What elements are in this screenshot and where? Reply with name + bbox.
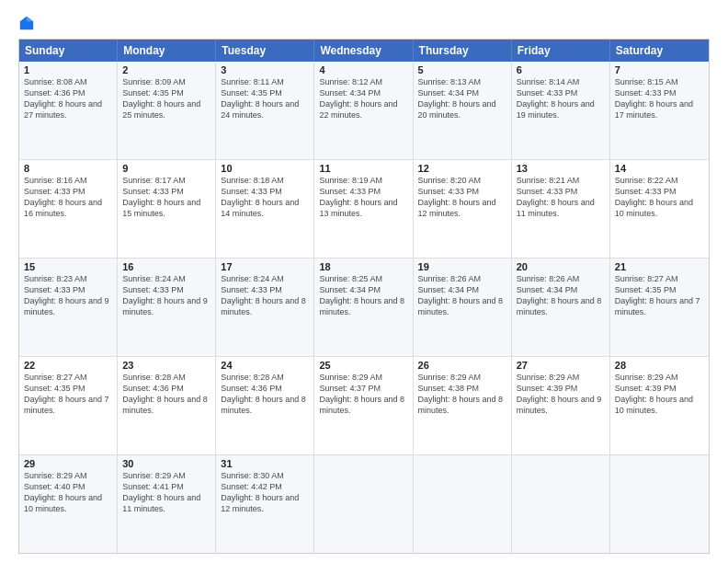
day-number: 8	[24, 163, 112, 174]
day-detail: Sunrise: 8:22 AMSunset: 4:33 PMDaylight:…	[615, 175, 704, 220]
day-detail: Sunrise: 8:25 AMSunset: 4:34 PMDaylight:…	[319, 273, 407, 318]
logo-icon	[18, 15, 35, 31]
day-detail: Sunrise: 8:27 AMSunset: 4:35 PMDaylight:…	[615, 273, 704, 318]
day-number: 4	[319, 64, 407, 75]
logo-text	[18, 15, 39, 31]
calendar-cell-day-13: 13Sunrise: 8:21 AMSunset: 4:33 PMDayligh…	[512, 160, 610, 258]
calendar-cell-empty	[414, 455, 512, 553]
calendar-week-4: 22Sunrise: 8:27 AMSunset: 4:35 PMDayligh…	[19, 357, 709, 455]
calendar-cell-day-29: 29Sunrise: 8:29 AMSunset: 4:40 PMDayligh…	[19, 455, 118, 553]
logo	[18, 15, 39, 31]
day-detail: Sunrise: 8:17 AMSunset: 4:33 PMDaylight:…	[122, 175, 210, 220]
calendar-cell-day-15: 15Sunrise: 8:23 AMSunset: 4:33 PMDayligh…	[19, 259, 118, 356]
day-number: 11	[319, 163, 407, 174]
day-number: 2	[122, 64, 210, 75]
day-number: 23	[122, 360, 210, 371]
day-detail: Sunrise: 8:11 AMSunset: 4:35 PMDaylight:…	[221, 76, 309, 121]
calendar-cell-empty	[314, 455, 413, 553]
day-number: 3	[221, 64, 309, 75]
day-number: 25	[319, 360, 407, 371]
day-detail: Sunrise: 8:29 AMSunset: 4:41 PMDaylight:…	[122, 470, 210, 515]
svg-marker-1	[27, 17, 33, 21]
calendar-week-1: 1Sunrise: 8:08 AMSunset: 4:36 PMDaylight…	[19, 62, 709, 160]
calendar-cell-day-7: 7Sunrise: 8:15 AMSunset: 4:33 PMDaylight…	[610, 62, 709, 159]
day-number: 12	[418, 163, 506, 174]
day-detail: Sunrise: 8:30 AMSunset: 4:42 PMDaylight:…	[221, 470, 309, 515]
day-detail: Sunrise: 8:08 AMSunset: 4:36 PMDaylight:…	[24, 76, 112, 121]
calendar-header-monday: Monday	[118, 40, 216, 62]
calendar-cell-day-11: 11Sunrise: 8:19 AMSunset: 4:33 PMDayligh…	[314, 160, 413, 258]
day-detail: Sunrise: 8:20 AMSunset: 4:33 PMDaylight:…	[418, 175, 506, 220]
day-detail: Sunrise: 8:29 AMSunset: 4:37 PMDaylight:…	[319, 372, 407, 417]
calendar-cell-day-19: 19Sunrise: 8:26 AMSunset: 4:34 PMDayligh…	[414, 259, 512, 356]
day-detail: Sunrise: 8:29 AMSunset: 4:40 PMDaylight:…	[24, 470, 112, 515]
day-number: 26	[418, 360, 506, 371]
calendar-cell-day-5: 5Sunrise: 8:13 AMSunset: 4:34 PMDaylight…	[414, 62, 512, 159]
calendar-cell-day-1: 1Sunrise: 8:08 AMSunset: 4:36 PMDaylight…	[19, 62, 118, 159]
calendar-cell-day-2: 2Sunrise: 8:09 AMSunset: 4:35 PMDaylight…	[118, 62, 216, 159]
calendar-cell-day-6: 6Sunrise: 8:14 AMSunset: 4:33 PMDaylight…	[512, 62, 610, 159]
calendar-header-sunday: Sunday	[19, 40, 118, 62]
calendar-week-3: 15Sunrise: 8:23 AMSunset: 4:33 PMDayligh…	[19, 259, 709, 357]
day-number: 13	[517, 163, 605, 174]
day-number: 15	[24, 261, 112, 272]
calendar: SundayMondayTuesdayWednesdayThursdayFrid…	[18, 39, 710, 554]
calendar-cell-empty	[512, 455, 610, 553]
day-number: 22	[24, 360, 112, 371]
calendar-cell-day-18: 18Sunrise: 8:25 AMSunset: 4:34 PMDayligh…	[314, 259, 413, 356]
day-detail: Sunrise: 8:29 AMSunset: 4:39 PMDaylight:…	[517, 372, 605, 417]
day-number: 9	[122, 163, 210, 174]
calendar-header-row: SundayMondayTuesdayWednesdayThursdayFrid…	[19, 40, 709, 62]
calendar-cell-day-26: 26Sunrise: 8:29 AMSunset: 4:38 PMDayligh…	[414, 357, 512, 454]
day-detail: Sunrise: 8:09 AMSunset: 4:35 PMDaylight:…	[122, 76, 210, 121]
day-number: 29	[24, 458, 112, 469]
calendar-body: 1Sunrise: 8:08 AMSunset: 4:36 PMDaylight…	[19, 62, 709, 553]
day-detail: Sunrise: 8:24 AMSunset: 4:33 PMDaylight:…	[122, 273, 210, 318]
day-detail: Sunrise: 8:28 AMSunset: 4:36 PMDaylight:…	[221, 372, 309, 417]
day-number: 17	[221, 261, 309, 272]
day-detail: Sunrise: 8:16 AMSunset: 4:33 PMDaylight:…	[24, 175, 112, 220]
calendar-cell-day-25: 25Sunrise: 8:29 AMSunset: 4:37 PMDayligh…	[314, 357, 413, 454]
calendar-cell-day-9: 9Sunrise: 8:17 AMSunset: 4:33 PMDaylight…	[118, 160, 216, 258]
calendar-week-5: 29Sunrise: 8:29 AMSunset: 4:40 PMDayligh…	[19, 455, 709, 553]
day-number: 18	[319, 261, 407, 272]
day-number: 7	[615, 64, 704, 75]
calendar-cell-day-20: 20Sunrise: 8:26 AMSunset: 4:34 PMDayligh…	[512, 259, 610, 356]
day-detail: Sunrise: 8:29 AMSunset: 4:39 PMDaylight:…	[615, 372, 704, 417]
calendar-cell-day-3: 3Sunrise: 8:11 AMSunset: 4:35 PMDaylight…	[216, 62, 314, 159]
day-detail: Sunrise: 8:27 AMSunset: 4:35 PMDaylight:…	[24, 372, 112, 417]
calendar-cell-day-28: 28Sunrise: 8:29 AMSunset: 4:39 PMDayligh…	[610, 357, 709, 454]
day-number: 14	[615, 163, 704, 174]
calendar-cell-day-17: 17Sunrise: 8:24 AMSunset: 4:33 PMDayligh…	[216, 259, 314, 356]
day-detail: Sunrise: 8:15 AMSunset: 4:33 PMDaylight:…	[615, 76, 704, 121]
day-detail: Sunrise: 8:19 AMSunset: 4:33 PMDaylight:…	[319, 175, 407, 220]
day-number: 31	[221, 458, 309, 469]
day-number: 1	[24, 64, 112, 75]
calendar-cell-day-23: 23Sunrise: 8:28 AMSunset: 4:36 PMDayligh…	[118, 357, 216, 454]
day-number: 5	[418, 64, 506, 75]
calendar-cell-day-8: 8Sunrise: 8:16 AMSunset: 4:33 PMDaylight…	[19, 160, 118, 258]
day-detail: Sunrise: 8:14 AMSunset: 4:33 PMDaylight:…	[517, 76, 605, 121]
day-detail: Sunrise: 8:26 AMSunset: 4:34 PMDaylight:…	[517, 273, 605, 318]
day-number: 16	[122, 261, 210, 272]
page: SundayMondayTuesdayWednesdayThursdayFrid…	[0, 0, 728, 563]
calendar-header-wednesday: Wednesday	[314, 40, 413, 62]
day-number: 30	[122, 458, 210, 469]
calendar-cell-empty	[610, 455, 709, 553]
day-number: 20	[517, 261, 605, 272]
day-number: 28	[615, 360, 704, 371]
calendar-cell-day-4: 4Sunrise: 8:12 AMSunset: 4:34 PMDaylight…	[314, 62, 413, 159]
day-detail: Sunrise: 8:29 AMSunset: 4:38 PMDaylight:…	[418, 372, 506, 417]
calendar-header-friday: Friday	[512, 40, 610, 62]
calendar-cell-day-10: 10Sunrise: 8:18 AMSunset: 4:33 PMDayligh…	[216, 160, 314, 258]
day-detail: Sunrise: 8:12 AMSunset: 4:34 PMDaylight:…	[319, 76, 407, 121]
day-detail: Sunrise: 8:18 AMSunset: 4:33 PMDaylight:…	[221, 175, 309, 220]
calendar-cell-day-12: 12Sunrise: 8:20 AMSunset: 4:33 PMDayligh…	[414, 160, 512, 258]
calendar-header-tuesday: Tuesday	[216, 40, 314, 62]
calendar-cell-day-30: 30Sunrise: 8:29 AMSunset: 4:41 PMDayligh…	[118, 455, 216, 553]
calendar-cell-day-21: 21Sunrise: 8:27 AMSunset: 4:35 PMDayligh…	[610, 259, 709, 356]
calendar-week-2: 8Sunrise: 8:16 AMSunset: 4:33 PMDaylight…	[19, 160, 709, 259]
day-number: 10	[221, 163, 309, 174]
day-detail: Sunrise: 8:21 AMSunset: 4:33 PMDaylight:…	[517, 175, 605, 220]
day-detail: Sunrise: 8:13 AMSunset: 4:34 PMDaylight:…	[418, 76, 506, 121]
